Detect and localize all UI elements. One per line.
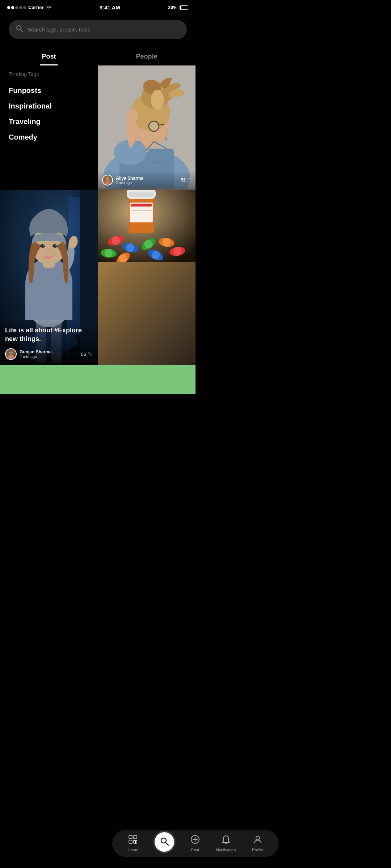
trending-label: Trinding Tags — [9, 71, 89, 77]
tag-list: Funposts Inspirational Traveling Comedy — [9, 83, 89, 145]
tag-funposts[interactable]: Funposts — [9, 83, 89, 98]
post-left-avatar — [5, 348, 17, 360]
wifi-icon — [46, 5, 52, 10]
svg-point-36 — [52, 244, 58, 248]
tab-post[interactable]: Post — [0, 48, 98, 65]
post-right-likes[interactable]: 56 ♡ — [181, 178, 191, 183]
search-container: Search tags, people, topic — [0, 13, 196, 45]
post-left-overlay: Life is all about #Explore new things. — [0, 319, 98, 365]
post-left-meta: Gunjan Sharma 2 min ago 56 ♡ — [5, 348, 93, 360]
signal-dots — [7, 6, 26, 9]
post-left-caption: Life is all about #Explore new things. — [5, 326, 93, 343]
tag-inspirational[interactable]: Inspirational — [9, 98, 89, 114]
green-background — [0, 365, 196, 394]
tab-people[interactable]: People — [98, 48, 196, 65]
svg-point-35 — [40, 244, 45, 248]
svg-point-21 — [106, 177, 109, 180]
post-right-likes-count: 56 — [181, 178, 186, 183]
svg-point-13 — [149, 121, 159, 131]
battery-percent: 20% — [168, 5, 177, 10]
signal-dot-3 — [15, 6, 18, 9]
post-left-time: 2 min ago — [20, 354, 52, 359]
svg-line-1 — [21, 30, 23, 32]
post-left-likes-count: 56 — [81, 352, 86, 357]
battery-indicator — [180, 5, 188, 10]
search-bar[interactable]: Search tags, people, topic — [9, 20, 187, 39]
signal-dot-2 — [11, 6, 14, 9]
post-right-author-info: Aliya Sharma 2 min ago — [116, 176, 143, 185]
author-avatar-right — [102, 175, 113, 186]
heart-icon-left: ♡ — [88, 351, 93, 357]
people-card-top[interactable]: Aliya Sharma 2 min ago 56 ♡ — [98, 65, 196, 190]
signal-dot-5 — [23, 6, 26, 9]
post-left-author: Gunjan Sharma 2 min ago — [5, 348, 52, 360]
svg-point-0 — [17, 26, 21, 30]
post-right-time: 2 min ago — [116, 181, 143, 185]
svg-point-12 — [151, 90, 164, 110]
post-card-right-bottom[interactable] — [98, 190, 196, 365]
signal-dot-4 — [19, 6, 22, 9]
status-time: 9:41 AM — [100, 4, 120, 10]
search-icon — [16, 25, 23, 34]
svg-rect-51 — [129, 192, 154, 197]
svg-point-43 — [8, 355, 14, 360]
post-card-left[interactable]: Life is all about #Explore new things. — [0, 190, 98, 365]
status-left: Carrier — [7, 5, 52, 10]
status-bar: Carrier 9:41 AM 20% — [0, 0, 196, 13]
signal-dot-1 — [7, 6, 10, 9]
carrier-label: Carrier — [28, 5, 44, 10]
tabs-bar: Post People — [0, 45, 196, 65]
post-right-author-name: Aliya Sharma — [116, 176, 143, 181]
status-right: 20% — [168, 5, 188, 10]
battery-fill — [180, 6, 181, 9]
post-left-author-info: Gunjan Sharma 2 min ago — [20, 349, 52, 359]
svg-point-37 — [43, 244, 45, 246]
heart-icon-right: ♡ — [187, 178, 191, 183]
trending-section: Trinding Tags Funposts Inspirational Tra… — [0, 65, 98, 190]
tag-comedy[interactable]: Comedy — [9, 129, 89, 145]
search-placeholder: Search tags, people, topic — [28, 26, 90, 33]
svg-point-45 — [11, 352, 13, 354]
battery-bar — [180, 5, 188, 10]
post-left-author-name: Gunjan Sharma — [20, 349, 52, 354]
svg-point-38 — [55, 244, 57, 246]
posts-grid: Life is all about #Explore new things. — [0, 190, 196, 365]
tag-traveling[interactable]: Traveling — [9, 114, 89, 129]
post-left-likes[interactable]: 56 ♡ — [81, 351, 93, 357]
svg-rect-53 — [131, 204, 152, 207]
